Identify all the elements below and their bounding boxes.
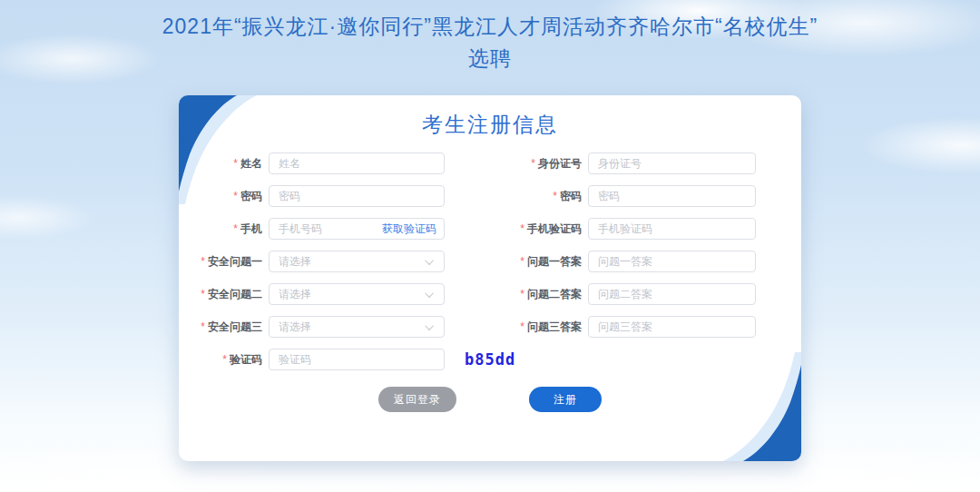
registration-card: 考生注册信息 *姓名 *身份证号 *密码 *密码 *手机 bbox=[179, 95, 801, 461]
form-row-3: *手机 获取验证码 *手机验证码 bbox=[179, 218, 801, 240]
required-marker: * bbox=[222, 353, 227, 366]
id-number-input[interactable] bbox=[588, 153, 756, 174]
phone-label: *手机 bbox=[179, 221, 262, 237]
phone-code-label: *手机验证码 bbox=[487, 221, 582, 237]
form-row-4: *安全问题一 请选择 *问题一答案 bbox=[179, 251, 801, 272]
required-marker: * bbox=[520, 255, 524, 268]
security-q3-select[interactable]: 请选择 bbox=[269, 316, 445, 338]
field-answer3: *问题三答案 bbox=[487, 316, 756, 338]
required-marker: * bbox=[233, 222, 238, 235]
security-q1-select[interactable]: 请选择 bbox=[269, 251, 445, 272]
register-button[interactable]: 注册 bbox=[529, 387, 602, 412]
answer3-label: *问题三答案 bbox=[487, 320, 582, 335]
field-security-q1: *安全问题一 请选择 bbox=[179, 251, 445, 272]
id-number-label: *身份证号 bbox=[487, 156, 582, 172]
form-row-5: *安全问题二 请选择 *问题二答案 bbox=[179, 283, 801, 305]
page-header: 2021年“振兴龙江·邀你同行”黑龙江人才周活动齐齐哈尔市“名校优生” 选聘 bbox=[0, 0, 980, 74]
required-marker: * bbox=[201, 255, 205, 268]
confirm-password-label: *密码 bbox=[487, 189, 582, 204]
form-row-6: *安全问题三 请选择 *问题三答案 bbox=[179, 316, 801, 338]
field-security-q2: *安全问题二 请选择 bbox=[179, 283, 445, 305]
password-input[interactable] bbox=[269, 185, 445, 207]
answer2-input[interactable] bbox=[588, 283, 756, 305]
button-row: 返回登录 注册 bbox=[179, 387, 801, 412]
captcha-label: *验证码 bbox=[179, 352, 262, 368]
form-row-2: *密码 *密码 bbox=[179, 185, 801, 207]
confirm-password-input[interactable] bbox=[588, 185, 756, 207]
name-input[interactable] bbox=[269, 153, 445, 174]
chevron-down-icon bbox=[425, 321, 434, 330]
field-answer1: *问题一答案 bbox=[487, 251, 756, 272]
chevron-down-icon bbox=[425, 256, 434, 265]
field-answer2: *问题二答案 bbox=[487, 283, 756, 305]
answer2-label: *问题二答案 bbox=[487, 287, 582, 302]
registration-form: *姓名 *身份证号 *密码 *密码 *手机 获取 bbox=[179, 153, 801, 412]
security-q1-label: *安全问题一 bbox=[179, 254, 262, 270]
required-marker: * bbox=[531, 157, 535, 170]
form-row-7: *验证码 b85dd bbox=[179, 349, 801, 370]
form-title: 考生注册信息 bbox=[179, 111, 801, 139]
field-captcha: *验证码 bbox=[179, 349, 445, 370]
phone-input[interactable] bbox=[270, 219, 382, 239]
field-id-number: *身份证号 bbox=[487, 153, 756, 174]
answer1-input[interactable] bbox=[588, 251, 756, 272]
form-row-1: *姓名 *身份证号 bbox=[179, 153, 801, 174]
get-sms-code-link[interactable]: 获取验证码 bbox=[382, 221, 444, 237]
required-marker: * bbox=[520, 320, 524, 333]
phone-code-input[interactable] bbox=[588, 218, 756, 240]
field-confirm-password: *密码 bbox=[487, 185, 756, 207]
required-marker: * bbox=[201, 288, 205, 300]
field-security-q3: *安全问题三 请选择 bbox=[179, 316, 445, 338]
field-phone-code: *手机验证码 bbox=[487, 218, 756, 240]
required-marker: * bbox=[520, 288, 524, 300]
required-marker: * bbox=[201, 320, 205, 333]
security-q2-select[interactable]: 请选择 bbox=[269, 283, 445, 305]
answer3-input[interactable] bbox=[588, 316, 756, 338]
phone-input-wrap: 获取验证码 bbox=[269, 218, 445, 240]
back-to-login-button[interactable]: 返回登录 bbox=[378, 387, 456, 412]
chevron-down-icon bbox=[425, 289, 434, 298]
required-marker: * bbox=[553, 190, 557, 202]
required-marker: * bbox=[520, 222, 524, 235]
captcha-image-text[interactable]: b85dd bbox=[465, 350, 515, 369]
answer1-label: *问题一答案 bbox=[487, 254, 582, 270]
corner-decoration-bottom-right bbox=[720, 352, 801, 461]
captcha-input[interactable] bbox=[269, 349, 445, 370]
security-q3-label: *安全问题三 bbox=[179, 320, 262, 335]
page-title-line2: 选聘 bbox=[0, 43, 980, 74]
corner-decoration-top-left bbox=[179, 95, 260, 204]
page-title-line1: 2021年“振兴龙江·邀你同行”黑龙江人才周活动齐齐哈尔市“名校优生” bbox=[0, 11, 980, 43]
security-q2-label: *安全问题二 bbox=[179, 287, 262, 302]
field-phone: *手机 获取验证码 bbox=[179, 218, 445, 240]
